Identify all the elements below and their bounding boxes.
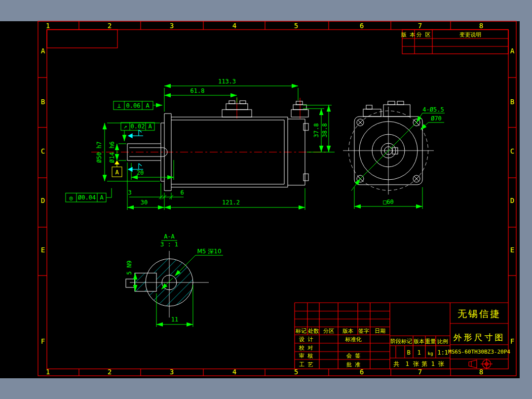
dim-6: 6	[180, 189, 184, 196]
gdt-datum-ref: A	[146, 102, 150, 109]
stage-header: 版本	[414, 338, 424, 345]
scale-value: 1:1	[437, 349, 448, 356]
row-label: C	[41, 147, 45, 155]
dim-121: 121.2	[222, 199, 240, 206]
gdt-value: 0.02	[131, 123, 145, 130]
gdt-runout: ↗ 0.02 A	[121, 122, 154, 130]
svg-text:张: 张	[438, 360, 444, 367]
col-label: 6	[360, 368, 364, 376]
col-label: 1	[46, 22, 50, 30]
row-label: B	[41, 98, 45, 106]
row-label: B	[510, 98, 514, 106]
svg-text:1: 1	[431, 360, 434, 367]
gdt-symbol: ⊥	[117, 102, 120, 109]
row-label: E	[510, 246, 514, 254]
col-label: 2	[108, 22, 112, 30]
section-label: A-A	[164, 233, 175, 240]
dim-bolt-circle: Ø70	[431, 115, 442, 122]
dim-38: 38.8	[321, 123, 328, 138]
stage-value: B	[407, 349, 410, 356]
dim-dia50: Ø50 h7	[96, 141, 103, 162]
stage-header: 比例	[437, 338, 448, 345]
weight-value: kg	[428, 351, 433, 356]
role-check: 校 对	[299, 345, 313, 351]
col-label: 6	[360, 22, 364, 30]
svg-text:共: 共	[393, 360, 399, 367]
cad-viewer: 1 2 3 4 5 6 7 8 1 2 3 4 5 6 7 8 A B C D …	[0, 0, 532, 399]
role-standardize: 标准化	[345, 336, 362, 343]
datum-label: A	[115, 169, 119, 176]
sig-header: 签字	[358, 328, 369, 334]
col-label: 5	[294, 368, 298, 376]
gdt-datum-ref: A	[100, 194, 104, 201]
role-design: 设 计	[299, 336, 313, 343]
row-label: D	[41, 197, 45, 204]
dim-thread: M5 深10	[197, 248, 221, 255]
rev-header-zone: 分 区	[417, 32, 431, 38]
col-label: 1	[46, 368, 50, 376]
dim-square: □60	[383, 199, 394, 205]
row-label: F	[41, 337, 45, 345]
part-number: MS6S-60TH30BZ3-20P4	[448, 349, 510, 355]
dim-key: 5 N9	[126, 261, 133, 275]
col-label: 5	[294, 22, 298, 30]
gdt-symbol: ↗	[123, 123, 127, 130]
gdt-symbol: ◎	[69, 195, 73, 201]
row-label: A	[510, 47, 515, 55]
dim-113: 113.3	[218, 78, 236, 85]
col-label: 7	[418, 22, 422, 30]
row-label: C	[510, 147, 514, 155]
svg-text:1: 1	[405, 360, 409, 367]
col-label: 3	[170, 22, 174, 30]
dim-dia14: Ø14 h6	[109, 141, 115, 162]
company-name: 无锡信捷	[457, 308, 501, 319]
gdt-datum-ref: A	[148, 123, 152, 130]
rev-header-desc: 变更说明	[459, 32, 481, 38]
row-label: E	[41, 246, 45, 254]
role-audit: 审 核	[299, 353, 313, 359]
dim-3: 3	[128, 189, 131, 196]
dim-20: 20	[137, 169, 144, 176]
role-process: 工 艺	[299, 361, 313, 368]
dim-30: 30	[141, 199, 148, 206]
dim-61: 61.8	[190, 87, 205, 94]
svg-text:张: 张	[413, 360, 419, 367]
dim-holes: 4-Ø5.5	[422, 106, 444, 113]
stage-header: 重量	[425, 338, 436, 345]
role-approve: 批 准	[346, 361, 361, 368]
role-joint-sign: 会 签	[346, 353, 361, 359]
gdt-perpendicularity: ⊥ 0.06 A	[114, 101, 153, 110]
dim-37: 37.8	[313, 123, 320, 138]
col-label: 4	[232, 368, 236, 376]
col-label: 7	[418, 368, 422, 376]
row-label: D	[510, 197, 514, 204]
col-label: 4	[232, 22, 236, 30]
row-label: A	[41, 47, 45, 55]
gdt-value: 0.06	[126, 102, 141, 109]
dim-11: 11	[171, 316, 178, 323]
sig-header: 处数	[308, 328, 319, 334]
version-value: 1	[417, 349, 420, 356]
drawing-title: 外形尺寸图	[454, 332, 505, 342]
section-scale: 3 : 1	[160, 241, 178, 248]
stage-header: 阶段标记	[390, 338, 412, 345]
sig-header: 版本	[342, 328, 353, 334]
sig-header: 日期	[375, 328, 385, 334]
svg-text:第: 第	[421, 360, 427, 367]
rev-header-version: 版 本	[401, 32, 416, 38]
col-label: 8	[479, 22, 483, 30]
col-label: 3	[170, 368, 174, 376]
gdt-concentricity: ◎ Ø0.04 A	[66, 193, 106, 202]
row-label: F	[510, 337, 514, 345]
sig-header: 分区	[323, 328, 334, 334]
col-label: 2	[108, 368, 112, 376]
gdt-value: Ø0.04	[78, 194, 96, 201]
sig-header: 标记	[295, 328, 306, 334]
cad-canvas[interactable]: 1 2 3 4 5 6 7 8 1 2 3 4 5 6 7 8 A B C D …	[0, 0, 532, 399]
col-label: 8	[479, 368, 483, 376]
